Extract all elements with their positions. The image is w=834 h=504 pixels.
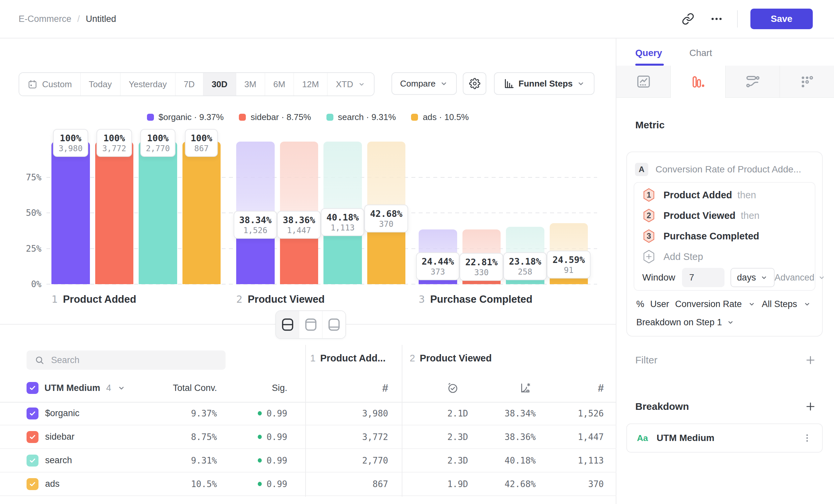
funnel-bar[interactable]: 42.68%370 [367, 142, 406, 284]
bar-count: 373 [422, 267, 454, 277]
date-range-6m[interactable]: 6M [265, 73, 293, 95]
clock-check-icon[interactable] [402, 382, 468, 394]
select-all-checkbox[interactable] [26, 382, 39, 394]
table-row[interactable]: $organic9.37%0.993,9802.1D38.34%1,526 [0, 402, 616, 426]
metric-title-row[interactable]: A Conversion Rate of Product Adde... [635, 158, 814, 181]
tab-query[interactable]: Query [635, 48, 662, 59]
grid-dots-icon[interactable] [780, 66, 834, 98]
advanced-toggle[interactable]: Advanced [775, 273, 826, 283]
add-step-button[interactable]: Add Step [634, 246, 815, 267]
legend-label: search · 9.31% [338, 112, 396, 122]
chart-mode-button[interactable]: Funnel Steps [494, 72, 594, 95]
bar-count: 330 [465, 268, 498, 277]
table-step1-header: 1 Product Add... [310, 353, 386, 364]
table-row[interactable]: sidebar8.75%0.993,7722.3D38.36%1,447 [0, 426, 616, 449]
date-range-7d[interactable]: 7D [175, 73, 203, 95]
search-input[interactable] [50, 355, 218, 366]
window-value-input[interactable] [682, 268, 725, 287]
breakdown-item[interactable]: Aa UTM Medium [626, 423, 823, 453]
funnel-bar[interactable]: 22.81%330 [462, 142, 501, 284]
date-range-12m[interactable]: 12M [293, 73, 327, 95]
cell-total-conv: 10.5% [139, 479, 217, 489]
view-option-footer-bottom-view[interactable] [322, 311, 345, 338]
more-button[interactable] [709, 11, 725, 27]
funnel-step-label: 1Product Added [51, 293, 136, 305]
hash-icon[interactable]: # [305, 382, 402, 394]
funnel-bar[interactable]: 38.36%1,447 [280, 142, 319, 284]
share-link-button[interactable] [680, 11, 696, 27]
window-unit-select[interactable]: days [730, 268, 775, 287]
funnel-bar[interactable]: 100%2,770 [139, 142, 177, 284]
row-checkbox[interactable] [26, 408, 39, 419]
row-checkbox[interactable] [26, 431, 39, 443]
group-by-label[interactable]: UTM Medium [44, 383, 100, 393]
funnel-bar[interactable]: 24.59%91 [550, 142, 588, 284]
legend-item[interactable]: search · 9.31% [326, 112, 396, 122]
query-step[interactable]: 3Purchase Completed [634, 226, 815, 246]
chart-settings-button[interactable] [463, 72, 486, 95]
funnel-step-group: 38.34%1,52638.36%1,44740.18%1,11342.68%3… [236, 142, 405, 284]
breadcrumb-project[interactable]: E-Commerce [19, 14, 71, 24]
compare-label: Compare [400, 78, 436, 89]
table-row[interactable]: ads10.5%0.998671.9D42.68%370 [0, 473, 616, 496]
flow-icon[interactable] [726, 66, 780, 98]
hash-icon[interactable]: # [536, 382, 607, 394]
row-checkbox[interactable] [26, 478, 39, 490]
funnel-bar-solid [95, 142, 134, 284]
bar-count: 2,770 [146, 143, 170, 154]
chevron-down-icon[interactable] [117, 384, 126, 392]
date-range-30d[interactable]: 30D [203, 73, 236, 95]
kebab-menu-icon[interactable] [802, 433, 812, 443]
bar-pct: 100% [191, 133, 212, 143]
query-step[interactable]: 1Product Addedthen [634, 185, 815, 205]
funnel-bar[interactable]: 24.44%373 [419, 142, 457, 284]
column-header-total-conv[interactable]: Total Conv. [139, 383, 217, 393]
tab-chart[interactable]: Chart [689, 48, 712, 59]
view-option-split-rows-view[interactable] [276, 311, 299, 338]
add-filter-button plus-icon[interactable] [805, 354, 816, 366]
chart-toolbar: CustomTodayYesterday7D30D3M6M12MXTD Comp… [0, 72, 616, 95]
table-row[interactable]: search9.31%0.992,7702.3D40.18%1,113 [0, 449, 616, 473]
date-range-yesterday[interactable]: Yesterday [120, 73, 175, 95]
breakdown-on-step-select[interactable]: Breakdown on Step 1 [627, 313, 822, 331]
column-header-sig[interactable]: Sig. [217, 383, 287, 393]
add-breakdown-button plus-icon[interactable] [805, 401, 816, 412]
date-range-3m[interactable]: 3M [236, 73, 265, 95]
funnel-bar[interactable]: 23.18%258 [506, 142, 544, 284]
measure-select[interactable]: Conversion Rate [675, 299, 742, 310]
funnel-bar[interactable]: 100%3,980 [51, 142, 90, 284]
bar-count: 258 [509, 267, 542, 277]
funnel-bar[interactable]: 100%3,772 [95, 142, 134, 284]
legend-item[interactable]: sidebar · 8.75% [239, 112, 311, 122]
date-range-custom[interactable]: Custom [19, 73, 80, 95]
cell-time-to-convert: 2.3D [402, 432, 468, 442]
bar-pct: 24.59% [552, 255, 585, 265]
query-step[interactable]: 2Product Viewedthen [634, 205, 815, 226]
step-hexagon-badge: 1 [642, 188, 656, 202]
legend-item[interactable]: $organic · 9.37% [147, 112, 224, 122]
funnel-bars-icon[interactable] [671, 66, 725, 98]
legend-item[interactable]: ads · 10.5% [411, 112, 469, 122]
measured-as-row: % User Conversion Rate All Steps [627, 295, 822, 313]
legend-swatch [326, 114, 333, 121]
legend-label: $organic · 9.37% [158, 112, 224, 122]
date-range-xtd[interactable]: XTD [327, 73, 374, 95]
view-option-header-top-view[interactable] [299, 311, 322, 338]
funnel-bar[interactable]: 38.34%1,526 [236, 142, 275, 284]
breadcrumb-title[interactable]: Untitled [86, 14, 116, 24]
compare-button[interactable]: Compare [392, 72, 457, 95]
step-then-label: then [741, 210, 759, 221]
funnel-bar[interactable]: 40.18%1,113 [324, 142, 362, 284]
row-checkbox[interactable] [26, 455, 39, 466]
counting-label[interactable]: User [650, 299, 669, 310]
cell-time-to-convert: 1.9D [402, 479, 468, 489]
save-button[interactable]: Save [750, 8, 813, 29]
date-range-today[interactable]: Today [80, 73, 120, 95]
line-chart-icon[interactable] [616, 66, 671, 98]
table-search [26, 350, 225, 370]
scope-select[interactable]: All Steps [762, 299, 797, 310]
conv-rate-icon[interactable] [468, 382, 536, 394]
breadcrumb-separator: / [77, 14, 80, 24]
funnel-bar[interactable]: 100%867 [182, 142, 221, 284]
y-axis-tick: 75% [10, 172, 42, 183]
